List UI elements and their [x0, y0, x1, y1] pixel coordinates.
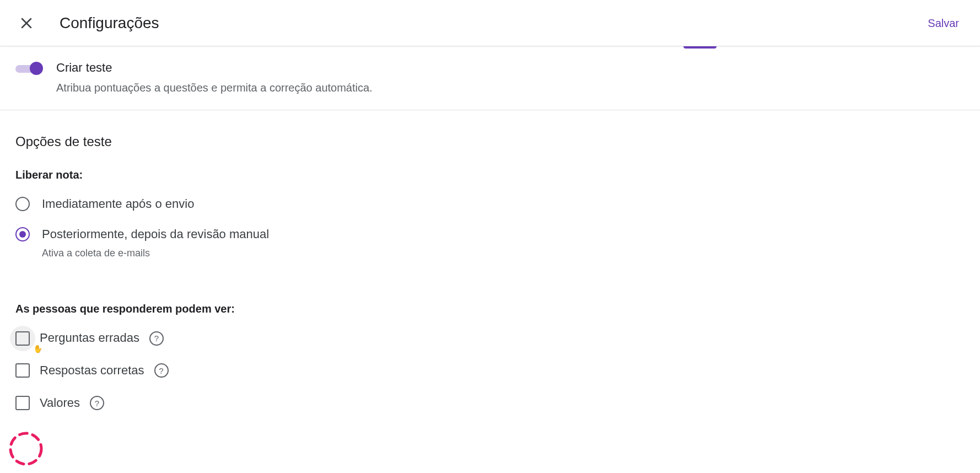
close-button[interactable] [15, 12, 37, 34]
respondents-heading: As pessoas que responderem podem ver: [15, 301, 965, 316]
checkbox-label: Valores [40, 395, 80, 412]
respondent-option-missed-questions[interactable]: ✋ Perguntas erradas ? [15, 330, 965, 347]
checkbox-icon [15, 331, 30, 346]
create-quiz-toggle[interactable] [15, 60, 45, 77]
toggle-thumb [30, 62, 43, 75]
help-icon[interactable]: ? [149, 331, 164, 346]
help-icon[interactable]: ? [90, 396, 104, 410]
settings-header: Configurações Salvar [0, 0, 980, 46]
radio-icon [15, 197, 30, 211]
radio-label: Imediatamente após o envio [42, 196, 194, 213]
checkbox-icon [15, 396, 30, 410]
close-icon [20, 17, 33, 30]
respondent-option-point-values[interactable]: Valores ? [15, 395, 965, 412]
section-create-quiz: Criar teste Atribua pontuações a questõe… [0, 49, 980, 110]
checkbox-label: Perguntas erradas [40, 330, 139, 347]
quiz-options-heading: Opções de teste [15, 132, 965, 151]
page-title: Configurações [60, 12, 159, 34]
help-icon[interactable]: ? [154, 363, 169, 378]
release-option-immediately[interactable]: Imediatamente após o envio [15, 196, 965, 213]
checkbox-label: Respostas corretas [40, 362, 144, 379]
create-quiz-subtitle: Atribua pontuações a questões e permita … [56, 80, 373, 95]
radio-icon [15, 227, 30, 241]
checkbox-icon [15, 363, 30, 378]
create-quiz-title: Criar teste [56, 60, 373, 77]
save-button[interactable]: Salvar [922, 12, 965, 34]
release-grade-heading: Liberar nota: [15, 167, 965, 182]
respondent-option-correct-answers[interactable]: Respostas corretas ? [15, 362, 965, 379]
content: Criar teste Atribua pontuações a questõe… [0, 49, 980, 442]
section-quiz-options: Opções de teste Liberar nota: Imediatame… [0, 110, 980, 442]
radio-label: Posteriormente, depois da revisão manual [42, 226, 269, 243]
release-option-later[interactable]: Posteriormente, depois da revisão manual… [15, 226, 965, 260]
radio-sublabel: Ativa a coleta de e-mails [42, 246, 269, 260]
